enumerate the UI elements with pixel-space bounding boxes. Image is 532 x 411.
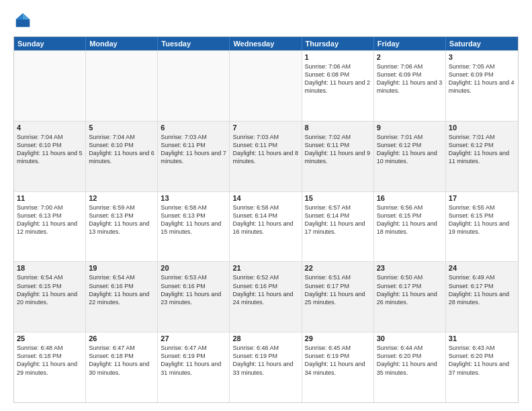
day-number: 27 [161,334,226,342]
cell-info: Sunrise: 6:51 AM Sunset: 6:17 PM Dayligh… [305,273,371,306]
calendar-cell-28: 28Sunrise: 6:46 AM Sunset: 6:19 PM Dayli… [230,332,302,402]
cell-info: Sunrise: 6:56 AM Sunset: 6:15 PM Dayligh… [377,203,443,236]
calendar-cell-9: 9Sunrise: 7:01 AM Sunset: 6:12 PM Daylig… [374,122,446,191]
cell-info: Sunrise: 6:58 AM Sunset: 6:13 PM Dayligh… [161,203,226,236]
calendar-cell-11: 11Sunrise: 7:00 AM Sunset: 6:13 PM Dayli… [14,192,86,262]
day-number: 26 [89,334,154,342]
calendar-cell-2: 2Sunrise: 7:06 AM Sunset: 6:09 PM Daylig… [374,51,446,121]
cell-info: Sunrise: 7:05 AM Sunset: 6:09 PM Dayligh… [449,62,515,95]
day-number: 22 [305,264,371,272]
cell-info: Sunrise: 7:04 AM Sunset: 6:10 PM Dayligh… [17,133,83,166]
cell-info: Sunrise: 6:53 AM Sunset: 6:16 PM Dayligh… [161,273,226,306]
cell-info: Sunrise: 7:00 AM Sunset: 6:13 PM Dayligh… [17,203,83,236]
header-day-monday: Monday [86,37,158,50]
day-number: 9 [377,124,443,132]
calendar-cell-1: 1Sunrise: 7:06 AM Sunset: 6:08 PM Daylig… [302,51,374,121]
day-number: 14 [232,194,298,202]
day-number: 4 [17,124,83,132]
cell-info: Sunrise: 6:57 AM Sunset: 6:14 PM Dayligh… [305,203,371,236]
cell-info: Sunrise: 7:02 AM Sunset: 6:11 PM Dayligh… [305,133,371,166]
cell-info: Sunrise: 7:06 AM Sunset: 6:09 PM Dayligh… [377,62,443,95]
day-number: 23 [377,264,443,272]
cell-info: Sunrise: 6:49 AM Sunset: 6:17 PM Dayligh… [449,273,515,306]
calendar-header: SundayMondayTuesdayWednesdayThursdayFrid… [14,37,518,50]
calendar-cell-empty [86,51,158,121]
calendar-cell-6: 6Sunrise: 7:03 AM Sunset: 6:11 PM Daylig… [158,122,230,191]
calendar-cell-19: 19Sunrise: 6:54 AM Sunset: 6:16 PM Dayli… [86,262,158,332]
day-number: 15 [305,194,371,202]
calendar-body: 1Sunrise: 7:06 AM Sunset: 6:08 PM Daylig… [14,50,518,402]
svg-marker-1 [23,13,30,19]
calendar-cell-empty [158,51,230,121]
day-number: 6 [161,124,226,132]
header-day-thursday: Thursday [302,37,374,50]
day-number: 10 [449,124,515,132]
calendar-cell-17: 17Sunrise: 6:55 AM Sunset: 6:15 PM Dayli… [446,192,518,262]
day-number: 7 [232,124,298,132]
cell-info: Sunrise: 7:03 AM Sunset: 6:11 PM Dayligh… [232,133,298,166]
day-number: 18 [17,264,83,272]
day-number: 1 [305,53,371,61]
day-number: 2 [377,53,443,61]
calendar-cell-5: 5Sunrise: 7:04 AM Sunset: 6:10 PM Daylig… [86,122,158,191]
cell-info: Sunrise: 6:58 AM Sunset: 6:14 PM Dayligh… [232,203,298,236]
day-number: 31 [449,334,515,342]
svg-marker-2 [16,13,23,19]
cell-info: Sunrise: 6:52 AM Sunset: 6:16 PM Dayligh… [232,273,298,306]
calendar-cell-16: 16Sunrise: 6:56 AM Sunset: 6:15 PM Dayli… [374,192,446,262]
calendar-cell-13: 13Sunrise: 6:58 AM Sunset: 6:13 PM Dayli… [158,192,230,262]
cell-info: Sunrise: 6:55 AM Sunset: 6:15 PM Dayligh… [449,203,515,236]
calendar-row-2: 11Sunrise: 7:00 AM Sunset: 6:13 PM Dayli… [14,191,518,262]
logo [13,11,36,30]
calendar-cell-18: 18Sunrise: 6:54 AM Sunset: 6:15 PM Dayli… [14,262,86,332]
calendar-cell-10: 10Sunrise: 7:01 AM Sunset: 6:12 PM Dayli… [446,122,518,191]
cell-info: Sunrise: 6:47 AM Sunset: 6:19 PM Dayligh… [161,344,226,377]
calendar-cell-empty [14,51,86,121]
calendar-cell-3: 3Sunrise: 7:05 AM Sunset: 6:09 PM Daylig… [446,51,518,121]
calendar-cell-20: 20Sunrise: 6:53 AM Sunset: 6:16 PM Dayli… [158,262,230,332]
cell-info: Sunrise: 7:04 AM Sunset: 6:10 PM Dayligh… [89,133,154,166]
day-number: 29 [305,334,371,342]
calendar-cell-22: 22Sunrise: 6:51 AM Sunset: 6:17 PM Dayli… [302,262,374,332]
day-number: 19 [89,264,154,272]
cell-info: Sunrise: 6:44 AM Sunset: 6:20 PM Dayligh… [377,344,443,377]
day-number: 25 [17,334,83,342]
cell-info: Sunrise: 6:46 AM Sunset: 6:19 PM Dayligh… [232,344,298,377]
cell-info: Sunrise: 6:59 AM Sunset: 6:13 PM Dayligh… [89,203,154,236]
calendar-cell-25: 25Sunrise: 6:48 AM Sunset: 6:18 PM Dayli… [14,332,86,402]
calendar-cell-empty [230,51,302,121]
header-day-saturday: Saturday [446,37,518,50]
day-number: 24 [449,264,515,272]
day-number: 21 [232,264,298,272]
calendar-cell-12: 12Sunrise: 6:59 AM Sunset: 6:13 PM Dayli… [86,192,158,262]
cell-info: Sunrise: 7:01 AM Sunset: 6:12 PM Dayligh… [377,133,443,166]
cell-info: Sunrise: 6:54 AM Sunset: 6:16 PM Dayligh… [89,273,154,306]
day-number: 30 [377,334,443,342]
day-number: 20 [161,264,226,272]
cell-info: Sunrise: 6:47 AM Sunset: 6:18 PM Dayligh… [89,344,154,377]
header-day-wednesday: Wednesday [230,37,302,50]
logo-icon [13,11,32,30]
calendar-cell-15: 15Sunrise: 6:57 AM Sunset: 6:14 PM Dayli… [302,192,374,262]
calendar-cell-4: 4Sunrise: 7:04 AM Sunset: 6:10 PM Daylig… [14,122,86,191]
calendar-cell-23: 23Sunrise: 6:50 AM Sunset: 6:17 PM Dayli… [374,262,446,332]
day-number: 5 [89,124,154,132]
day-number: 17 [449,194,515,202]
cell-info: Sunrise: 6:54 AM Sunset: 6:15 PM Dayligh… [17,273,83,306]
calendar-cell-7: 7Sunrise: 7:03 AM Sunset: 6:11 PM Daylig… [230,122,302,191]
day-number: 13 [161,194,226,202]
calendar-row-4: 25Sunrise: 6:48 AM Sunset: 6:18 PM Dayli… [14,332,518,402]
calendar-cell-21: 21Sunrise: 6:52 AM Sunset: 6:16 PM Dayli… [230,262,302,332]
header-day-tuesday: Tuesday [158,37,230,50]
calendar-cell-24: 24Sunrise: 6:49 AM Sunset: 6:17 PM Dayli… [446,262,518,332]
calendar-cell-8: 8Sunrise: 7:02 AM Sunset: 6:11 PM Daylig… [302,122,374,191]
calendar-row-0: 1Sunrise: 7:06 AM Sunset: 6:08 PM Daylig… [14,50,518,121]
cell-info: Sunrise: 7:06 AM Sunset: 6:08 PM Dayligh… [305,62,371,95]
day-number: 8 [305,124,371,132]
header-day-sunday: Sunday [14,37,86,50]
calendar: SundayMondayTuesdayWednesdayThursdayFrid… [13,36,519,403]
calendar-row-3: 18Sunrise: 6:54 AM Sunset: 6:15 PM Dayli… [14,261,518,332]
day-number: 11 [17,194,83,202]
page: SundayMondayTuesdayWednesdayThursdayFrid… [0,0,532,411]
cell-info: Sunrise: 7:03 AM Sunset: 6:11 PM Dayligh… [161,133,226,166]
